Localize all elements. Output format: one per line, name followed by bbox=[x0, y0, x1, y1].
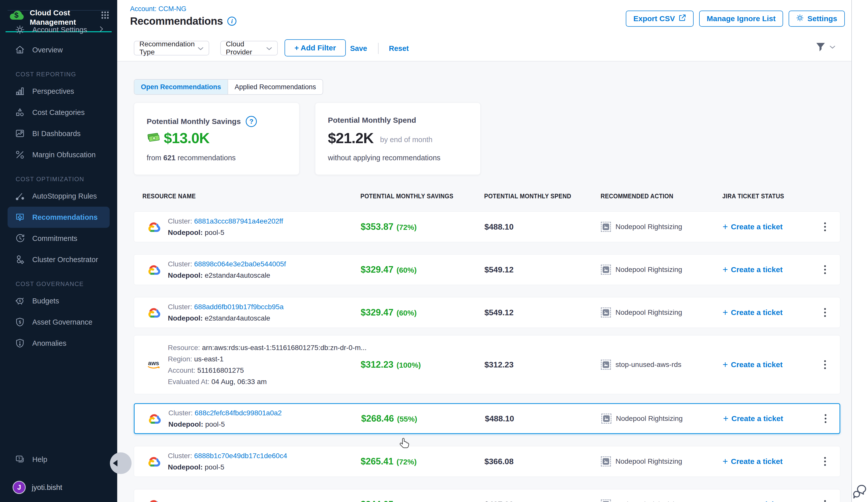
create-ticket-button[interactable]: +Create a ticket bbox=[723, 307, 783, 318]
sidebar-collapse-handle[interactable] bbox=[110, 452, 132, 474]
cluster-link[interactable]: 688add6fb019b17f9bccb95a bbox=[194, 303, 283, 311]
recommended-action: stop-unused-aws-rds bbox=[601, 359, 681, 370]
table-row[interactable]: Cluster: 6881a3ccc887941a4ee202ffNodepoo… bbox=[134, 211, 840, 242]
recommended-action-label: Nodepool Rightsizing bbox=[616, 265, 682, 274]
chevron-down-icon bbox=[198, 44, 204, 52]
sidebar-item-autostopping-rules[interactable]: AutoStopping Rules bbox=[0, 186, 117, 207]
sidebar-item-label: Perspectives bbox=[32, 87, 74, 95]
chevron-down-icon bbox=[266, 44, 272, 52]
sidebar-item-anomalies[interactable]: Anomalies bbox=[0, 333, 117, 354]
export-csv-button[interactable]: Export CSV bbox=[626, 11, 694, 27]
potential-spend-card: Potential Monthly Spend $21.2K by end of… bbox=[315, 103, 480, 175]
resource-line: Evaluated At: 04 Aug, 06:33 am bbox=[168, 376, 367, 387]
create-ticket-button[interactable]: +Create a ticket bbox=[723, 264, 783, 275]
table-row[interactable]: Cluster: 688add6fb019b17f9bccb95aNodepoo… bbox=[134, 297, 840, 328]
question-icon[interactable]: ? bbox=[246, 116, 257, 127]
avatar: J bbox=[13, 481, 26, 494]
filter-dropdown-recommendation-type[interactable]: Recommendation Type bbox=[134, 41, 209, 55]
sidebar-item-recommendations[interactable]: Recommendations bbox=[8, 207, 110, 228]
sidebar-item-margin-obfuscation[interactable]: Margin Obfuscation bbox=[0, 144, 117, 165]
nav-section-label-cost-governance: COST GOVERNANCE bbox=[0, 278, 117, 290]
add-filter-button[interactable]: + Add Filter bbox=[285, 39, 346, 56]
user-menu[interactable]: J jyoti.bisht bbox=[0, 477, 117, 498]
create-ticket-button[interactable]: +Create a ticket bbox=[723, 456, 783, 467]
sidebar-item-cost-categories[interactable]: Cost Categories bbox=[0, 102, 117, 123]
resource-line: Cluster: 6888b1c70e49db17c1de60c4 bbox=[168, 450, 287, 461]
cluster-link[interactable]: 6886e92f59a48cad86b5b1c6 bbox=[194, 501, 286, 502]
row-menu-button[interactable] bbox=[820, 498, 830, 502]
resource-line-label: Nodepool: bbox=[168, 314, 205, 322]
manage-ignore-list-button[interactable]: Manage Ignore List bbox=[699, 11, 783, 27]
cluster-link[interactable]: 6881a3ccc887941a4ee202ff bbox=[194, 217, 283, 225]
table-row[interactable]: Cluster: 688c2fefc84fbdc99801a0a2Nodepoo… bbox=[134, 403, 840, 434]
sidebar-item-budgets[interactable]: $Budgets bbox=[0, 290, 117, 312]
recommended-action-label: Nodepool Rightsizing bbox=[616, 223, 682, 231]
sidebar-item-perspectives[interactable]: Perspectives bbox=[0, 81, 117, 102]
potential-spend-value: $549.12 bbox=[484, 308, 514, 317]
savings-value: $13.0K bbox=[164, 129, 209, 146]
create-ticket-button[interactable]: +Create a ticket bbox=[723, 221, 783, 232]
recommended-action-label: stop-unused-aws-rds bbox=[616, 360, 681, 369]
savings-percentage: (60%) bbox=[396, 309, 417, 317]
sidebar-item-asset-governance[interactable]: $Asset Governance bbox=[0, 312, 117, 333]
savings-percentage: (57%) bbox=[396, 501, 417, 502]
filter-panel-button[interactable] bbox=[816, 42, 836, 53]
cluster-link[interactable]: 6888b1c70e49db17c1de60c4 bbox=[194, 452, 287, 460]
sidebar-item-label: Overview bbox=[32, 46, 63, 54]
row-menu-button[interactable] bbox=[820, 412, 830, 425]
autostopping-icon bbox=[14, 191, 25, 201]
button-label: Settings bbox=[807, 14, 837, 23]
resource-line-value: e2standar4autoscale bbox=[205, 314, 270, 322]
resource-details: Cluster: 6888b1c70e49db17c1de60c4Nodepoo… bbox=[168, 450, 287, 473]
hexagons-icon bbox=[14, 254, 25, 265]
resource-line-value: us-east-1 bbox=[194, 355, 224, 363]
account-breadcrumb[interactable]: Account: CCM-NG bbox=[130, 5, 186, 13]
row-menu-button[interactable] bbox=[820, 358, 830, 371]
create-ticket-button[interactable]: +Create a ticket bbox=[723, 359, 783, 370]
sidebar-item-help[interactable]: ? Help bbox=[0, 449, 117, 470]
table-row[interactable]: awsResource: arn:aws:rds:us-east-1:51161… bbox=[134, 335, 840, 394]
resource-line-label: Resource: bbox=[168, 344, 202, 352]
table-row[interactable]: Cluster: 6886e92f59a48cad86b5b1c6$244.05… bbox=[134, 489, 840, 502]
button-label: Manage Ignore List bbox=[707, 14, 775, 23]
create-ticket-button[interactable]: +Create a ticket bbox=[723, 413, 783, 424]
row-menu-button[interactable] bbox=[820, 263, 830, 276]
tab-applied-recommendations[interactable]: Applied Recommendations bbox=[228, 80, 323, 94]
aws-logo-icon: aws bbox=[147, 359, 163, 370]
sidebar-item-overview[interactable]: Overview bbox=[0, 39, 117, 61]
page-header: Account: CCM-NG Recommendations i Export… bbox=[117, 0, 851, 35]
sidebar-item-cluster-orchestrator[interactable]: Cluster Orchestrator bbox=[0, 249, 117, 270]
sidebar-item-bi-dashboards[interactable]: BI Dashboards bbox=[0, 123, 117, 144]
reset-filter-button[interactable]: Reset bbox=[389, 35, 409, 62]
tab-group: Open RecommendationsApplied Recommendati… bbox=[134, 79, 323, 95]
resource-line: Nodepool: e2standar4autoscale bbox=[168, 270, 286, 281]
chat-bubbles-icon[interactable] bbox=[852, 484, 867, 501]
sidebar-item-label: Asset Governance bbox=[32, 318, 93, 326]
table-row[interactable]: Cluster: 68898c064e3e2ba0e544005fNodepoo… bbox=[134, 254, 840, 285]
sidebar-item-commitments[interactable]: Commitments bbox=[0, 228, 117, 249]
settings-button[interactable]: Settings bbox=[789, 11, 845, 27]
save-filter-button[interactable]: Save bbox=[350, 35, 367, 62]
filter-dropdown-cloud-provider[interactable]: Cloud Provider bbox=[220, 41, 278, 55]
potential-spend-value: $366.08 bbox=[484, 457, 514, 466]
svg-text:?: ? bbox=[18, 457, 20, 461]
sidebar-item-account-settings[interactable]: Account Settings bbox=[0, 19, 117, 40]
cluster-link[interactable]: 688c2fefc84fbdc99801a0a2 bbox=[195, 409, 282, 417]
create-ticket-label: Create a ticket bbox=[731, 414, 783, 423]
info-icon[interactable]: i bbox=[227, 17, 236, 26]
tab-open-recommendations[interactable]: Open Recommendations bbox=[134, 80, 228, 94]
create-ticket-button[interactable]: +Create a ticket bbox=[723, 499, 783, 502]
create-ticket-label: Create a ticket bbox=[731, 360, 783, 369]
resource-line-value: pool-5 bbox=[205, 463, 224, 471]
dropdown-label: Cloud Provider bbox=[226, 40, 266, 56]
plus-icon: + bbox=[723, 359, 728, 370]
row-menu-button[interactable] bbox=[820, 220, 830, 233]
row-menu-button[interactable] bbox=[820, 306, 830, 319]
sidebar-item-label: Margin Obfuscation bbox=[32, 151, 95, 159]
table-row[interactable]: Cluster: 6888b1c70e49db17c1de60c4Nodepoo… bbox=[134, 446, 840, 477]
recommended-action: Nodepool Rightsizing bbox=[601, 500, 682, 502]
cluster-link[interactable]: 68898c064e3e2ba0e544005f bbox=[194, 260, 286, 268]
row-menu-button[interactable] bbox=[820, 455, 830, 468]
header-buttons: Export CSVManage Ignore ListSettings bbox=[626, 11, 845, 27]
plus-icon: + bbox=[723, 499, 728, 502]
